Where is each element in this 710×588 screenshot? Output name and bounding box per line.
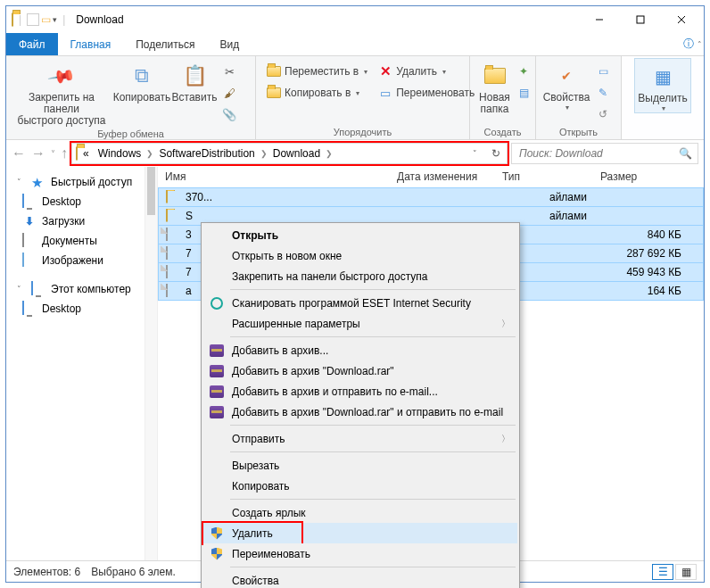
open-icon: ▭ [597, 64, 609, 79]
file-icon [166, 265, 168, 278]
winrar-icon [209, 384, 225, 400]
navbar: ← → ˅ ↑ « Windows ❯ SoftwareDistribution… [6, 140, 704, 167]
edit-button[interactable]: ✎ [593, 83, 613, 103]
tab-view[interactable]: Вид [207, 33, 252, 55]
group-organize-label: Упорядочить [260, 125, 466, 139]
col-type[interactable]: Тип [495, 167, 593, 187]
chevron-right-icon[interactable]: ❯ [146, 149, 153, 158]
copy-icon: ⧉ [135, 62, 149, 90]
ctx-rar-add-dl[interactable]: Добавить в архив "Download.rar" [203, 360, 517, 381]
ribbon-tabs: Файл Главная Поделиться Вид ⓘ˄ [6, 33, 704, 56]
ctx-send-to[interactable]: Отправить〉 [203, 428, 517, 449]
ctx-cut[interactable]: Вырезать [203, 455, 517, 476]
crumb-overflow[interactable]: « [79, 147, 93, 160]
nav-back-button[interactable]: ← [12, 145, 26, 161]
ctx-shortcut[interactable]: Создать ярлык [203, 502, 517, 523]
properties-icon: ✔ [561, 62, 572, 90]
ctx-open[interactable]: Открыть [203, 225, 517, 245]
ctx-open-new-window[interactable]: Открыть в новом окне [203, 245, 517, 266]
sidebar-quick-access[interactable]: ˅ ★ Быстрый доступ [6, 172, 157, 192]
sidebar-scrollbar[interactable] [144, 167, 157, 560]
paste-button[interactable]: 📋 Вставить [170, 58, 219, 104]
search-box[interactable]: 🔍 [511, 143, 698, 164]
cut-small-button[interactable]: ✂ [219, 62, 244, 81]
rename-icon: ▭ [378, 86, 392, 100]
sidebar-pc-desktop[interactable]: Desktop [6, 299, 157, 319]
shield-icon [209, 526, 225, 542]
tab-share[interactable]: Поделиться [123, 33, 207, 55]
rename-button[interactable]: ▭Переименовать [375, 83, 478, 103]
folder-icon [166, 209, 168, 222]
tab-home[interactable]: Главная [58, 33, 124, 55]
group-new-label: Создать [474, 125, 532, 139]
pin-quick-button[interactable]: 📌 Закрепить на панели быстрого доступа [10, 58, 113, 127]
ribbon-help-icon[interactable]: ⓘ˄ [681, 33, 704, 55]
minimize-button[interactable] [579, 6, 620, 33]
delete-button[interactable]: ✕Удалить▾ [375, 62, 478, 81]
chevron-down-icon[interactable]: ˅ [17, 285, 26, 294]
explorer-window: | ▭ ▾ | Download Файл Главная Поделиться… [5, 5, 705, 583]
qat-newfolder-icon[interactable]: ▭ [41, 13, 51, 26]
close-button[interactable] [661, 6, 702, 33]
eset-icon [209, 295, 225, 311]
new-item-button[interactable]: ✦ [516, 62, 532, 81]
new-folder-button[interactable]: Новая папка [474, 58, 516, 115]
nav-fwd-button[interactable]: → [31, 145, 45, 161]
crumb-2[interactable]: Download [269, 147, 324, 160]
col-name[interactable]: Имя [158, 167, 390, 187]
ctx-copy[interactable]: Копировать [203, 476, 517, 496]
shield-icon [209, 546, 225, 562]
history-button[interactable]: ↺ [593, 104, 613, 124]
search-input[interactable] [517, 146, 679, 161]
ctx-delete[interactable]: Удалить [203, 523, 517, 543]
ctx-rename[interactable]: Переименовать [203, 543, 517, 564]
pictures-icon [22, 253, 24, 267]
easy-access-button[interactable]: ▤ [516, 83, 532, 103]
chevron-down-icon[interactable]: ˅ [17, 178, 26, 186]
address-dropdown-button[interactable]: ˅ [464, 144, 485, 163]
ctx-properties[interactable]: Свойства [203, 570, 517, 588]
ctx-eset-scan[interactable]: Сканировать программой ESET Internet Sec… [203, 293, 517, 313]
copy-to-button[interactable]: Копировать в▾ [263, 83, 371, 103]
chevron-right-icon[interactable]: ❯ [326, 149, 333, 158]
sidebar-item-documents[interactable]: Документы [6, 231, 157, 251]
sidebar-this-pc[interactable]: ˅ Этот компьютер [6, 279, 157, 299]
list-item[interactable]: 370... айлами [158, 187, 704, 207]
nav-up-button[interactable]: ↑ [61, 145, 68, 161]
move-to-button[interactable]: Переместить в▾ [263, 62, 371, 81]
sidebar-item-desktop[interactable]: Desktop [6, 192, 157, 211]
view-details-button[interactable]: ☰ [652, 564, 673, 580]
address-bar[interactable]: « Windows ❯ SoftwareDistribution ❯ Downl… [71, 143, 508, 164]
chevron-right-icon[interactable]: ❯ [260, 149, 268, 158]
col-size[interactable]: Размер [593, 167, 704, 187]
open-button[interactable]: ▭ [593, 62, 613, 81]
ctx-advanced[interactable]: Расширенные параметры〉 [203, 313, 517, 334]
edit-icon: ✎ [597, 86, 609, 100]
col-date[interactable]: Дата изменения [390, 167, 495, 187]
ctx-rar-add[interactable]: Добавить в архив... [203, 340, 517, 360]
properties-button[interactable]: ✔ Свойства ▾ [540, 58, 593, 112]
tab-file[interactable]: Файл [6, 33, 58, 55]
sidebar-item-pictures[interactable]: Изображени [6, 251, 157, 270]
ctx-rar-mail-dl[interactable]: Добавить в архив "Download.rar" и отправ… [203, 402, 517, 422]
paste-shortcut-icon: 📎 [222, 107, 236, 121]
refresh-button[interactable]: ↻ [485, 144, 507, 163]
sidebar-item-downloads[interactable]: ⬇ Загрузки [6, 211, 157, 231]
winrar-icon [209, 343, 225, 359]
crumb-1[interactable]: SoftwareDistribution [155, 147, 258, 160]
copypath-small-button[interactable]: 🖌 [219, 83, 244, 103]
qat-dropdown-icon[interactable]: ▾ [53, 15, 57, 24]
pasteshortcut-small-button[interactable]: 📎 [219, 104, 244, 124]
column-headers: Имя Дата изменения Тип Размер [158, 167, 704, 188]
documents-icon [22, 233, 24, 247]
nav-recent-button[interactable]: ˅ [51, 149, 55, 159]
view-icons-button[interactable]: ▦ [675, 564, 697, 580]
qat-properties-icon[interactable] [27, 13, 39, 26]
crumb-0[interactable]: Windows [95, 147, 145, 160]
ctx-pin-quick[interactable]: Закрепить на панели быстрого доступа [203, 266, 517, 286]
status-selected-count: Выбрано 6 элем. [91, 566, 176, 578]
maximize-button[interactable] [620, 6, 661, 33]
ctx-rar-mail[interactable]: Добавить в архив и отправить по e-mail..… [203, 381, 517, 402]
copy-button[interactable]: ⧉ Копировать [113, 58, 170, 104]
select-button[interactable]: ▦ Выделить ▾ [634, 58, 691, 113]
